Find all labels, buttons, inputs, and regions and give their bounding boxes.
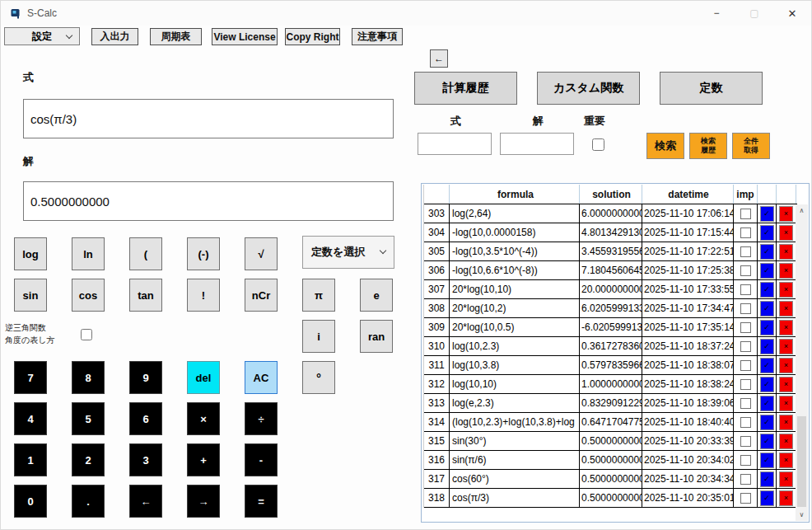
formula-cell[interactable]: 20*log(10,2) xyxy=(450,299,580,318)
header-delete[interactable] xyxy=(777,185,796,204)
ncr-button[interactable]: nCr xyxy=(245,279,278,312)
row-number-cell[interactable]: 303 xyxy=(424,204,450,223)
important-checkbox[interactable] xyxy=(592,138,604,151)
header-datetime[interactable]: datetime xyxy=(642,185,734,204)
delete-button[interactable]: × xyxy=(779,263,793,279)
formula-cell[interactable]: log(10,3.8) xyxy=(450,356,580,375)
delete-button[interactable]: × xyxy=(779,225,793,241)
formula-cell[interactable]: log(10,2.3) xyxy=(450,337,580,356)
sin-button[interactable]: sin xyxy=(14,279,47,312)
key-2[interactable]: 2 xyxy=(72,443,105,476)
log-button[interactable]: log xyxy=(14,237,47,270)
multiply-key[interactable]: × xyxy=(187,402,220,435)
scroll-down-button[interactable]: ∨ xyxy=(796,509,808,521)
cursor-right-key[interactable]: → xyxy=(187,485,220,518)
inverse-trig-checkbox[interactable] xyxy=(81,329,92,340)
solution-cell[interactable]: 0.5000000000 xyxy=(580,432,642,451)
header-imp[interactable]: imp xyxy=(734,185,758,204)
scroll-up-button[interactable]: ∧ xyxy=(796,204,808,217)
search-solution-input[interactable] xyxy=(500,133,574,155)
maximize-button[interactable]: ▢ xyxy=(735,1,773,26)
row-number-cell[interactable]: 310 xyxy=(424,337,450,356)
plus-key[interactable]: + xyxy=(187,443,220,476)
settings-select[interactable]: 設定 xyxy=(4,27,80,45)
search-formula-input[interactable] xyxy=(418,133,492,155)
solution-cell[interactable]: 0.5797835966 xyxy=(580,356,642,375)
custom-functions-button[interactable]: カスタム関数 xyxy=(537,72,640,105)
check-button[interactable]: ✓ xyxy=(760,377,774,392)
solution-cell[interactable]: 6.0000000000 xyxy=(580,204,642,223)
key-6[interactable]: 6 xyxy=(129,402,162,435)
sqrt-button[interactable]: √ xyxy=(245,237,278,270)
datetime-cell[interactable]: 2025-11-10 20:35:01 xyxy=(642,489,734,508)
datetime-cell[interactable]: 2025-11-10 18:37:24 xyxy=(642,337,734,356)
solution-input[interactable] xyxy=(23,181,394,221)
scroll-thumb[interactable] xyxy=(797,416,806,507)
formula-cell[interactable]: log(10,10) xyxy=(450,375,580,394)
row-number-cell[interactable]: 311 xyxy=(424,356,450,375)
row-number-cell[interactable]: 308 xyxy=(424,299,450,318)
imp-checkbox[interactable] xyxy=(740,246,751,257)
row-number-cell[interactable]: 309 xyxy=(424,318,450,337)
formula-cell[interactable]: sin(30°) xyxy=(450,432,580,451)
imp-checkbox[interactable] xyxy=(740,227,751,238)
check-button[interactable]: ✓ xyxy=(760,282,774,298)
delete-button[interactable]: × xyxy=(779,358,793,373)
datetime-cell[interactable]: 2025-11-10 18:38:07 xyxy=(642,356,734,375)
imp-checkbox[interactable] xyxy=(740,417,751,428)
check-button[interactable]: ✓ xyxy=(760,339,774,354)
periodic-table-button[interactable]: 周期表 xyxy=(150,28,202,45)
imp-checkbox[interactable] xyxy=(740,341,751,352)
view-license-button[interactable]: View License xyxy=(212,28,278,45)
imp-checkbox[interactable] xyxy=(740,265,751,276)
close-button[interactable]: ✕ xyxy=(773,1,811,26)
pi-button[interactable]: π xyxy=(302,279,335,312)
e-button[interactable]: e xyxy=(360,279,393,312)
formula-cell[interactable]: cos(60°) xyxy=(450,470,580,489)
row-number-cell[interactable]: 313 xyxy=(424,394,450,413)
imp-checkbox[interactable] xyxy=(740,360,751,371)
cursor-left-key[interactable]: ← xyxy=(129,485,162,518)
delete-button[interactable]: × xyxy=(779,453,793,468)
check-button[interactable]: ✓ xyxy=(760,301,774,317)
solution-cell[interactable]: 20.0000000000 xyxy=(580,280,642,299)
header-row-number[interactable] xyxy=(424,185,450,204)
notes-button[interactable]: 注意事項 xyxy=(352,28,403,45)
formula-cell[interactable]: log(e,2.3) xyxy=(450,394,580,413)
row-number-cell[interactable]: 317 xyxy=(424,470,450,489)
imp-checkbox[interactable] xyxy=(740,493,751,504)
check-button[interactable]: ✓ xyxy=(760,471,774,487)
datetime-cell[interactable]: 2025-11-10 18:39:06 xyxy=(642,394,734,413)
solution-cell[interactable]: 0.5000000000 xyxy=(580,470,642,489)
decimal-key[interactable]: . xyxy=(72,485,105,518)
key-7[interactable]: 7 xyxy=(14,361,47,394)
datetime-cell[interactable]: 2025-11-10 18:38:24 xyxy=(642,375,734,394)
delete-button[interactable]: × xyxy=(779,320,793,335)
key-9[interactable]: 9 xyxy=(129,361,162,394)
solution-cell[interactable]: -6.0205999133 xyxy=(580,318,642,337)
delete-button[interactable]: × xyxy=(779,396,793,411)
datetime-cell[interactable]: 2025-11-10 20:34:02 xyxy=(642,451,734,470)
solution-cell[interactable]: 7.1804560645 xyxy=(580,261,642,280)
key-3[interactable]: 3 xyxy=(129,443,162,476)
imp-checkbox[interactable] xyxy=(740,322,751,333)
delete-button[interactable]: × xyxy=(779,301,793,317)
check-button[interactable]: ✓ xyxy=(760,263,774,279)
solution-cell[interactable]: 1.0000000000 xyxy=(580,375,642,394)
constant-select[interactable]: 定数を選択 xyxy=(302,236,394,269)
solution-cell[interactable]: 4.8013429130 xyxy=(580,223,642,242)
key-8[interactable]: 8 xyxy=(72,361,105,394)
header-formula[interactable]: formula xyxy=(450,185,580,204)
datetime-cell[interactable]: 2025-11-10 20:33:39 xyxy=(642,432,734,451)
solution-cell[interactable]: 6.0205999133 xyxy=(580,299,642,318)
tan-button[interactable]: tan xyxy=(129,279,162,312)
row-number-cell[interactable]: 307 xyxy=(424,280,450,299)
check-button[interactable]: ✓ xyxy=(760,320,774,335)
i-button[interactable]: i xyxy=(302,320,335,353)
all-clear-key[interactable]: AC xyxy=(245,361,278,394)
key-0[interactable]: 0 xyxy=(14,485,47,518)
solution-cell[interactable]: 0.5000000000 xyxy=(580,489,642,508)
solution-cell[interactable]: 0.8329091229 xyxy=(580,394,642,413)
check-button[interactable]: ✓ xyxy=(760,225,774,241)
check-button[interactable]: ✓ xyxy=(760,415,774,430)
